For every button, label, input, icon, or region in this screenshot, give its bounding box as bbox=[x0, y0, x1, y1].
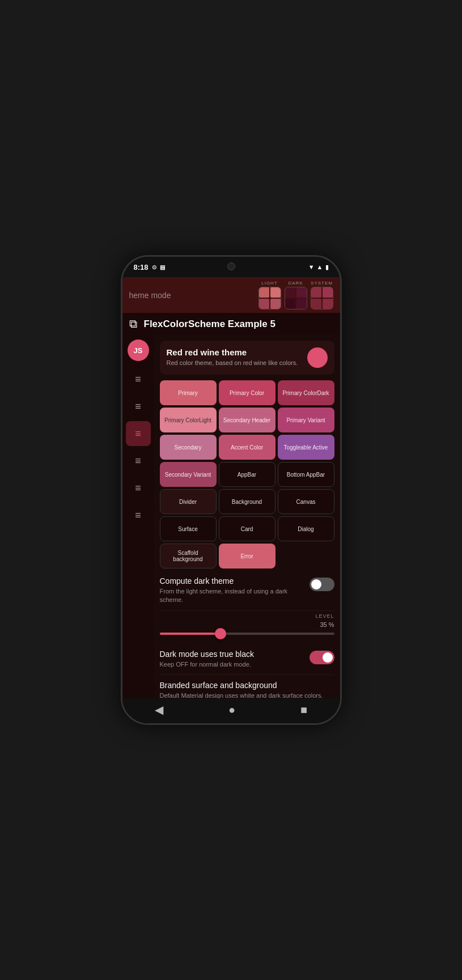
app-title: FlexColorScheme Example 5 bbox=[144, 319, 275, 330]
color-cell-accent-color[interactable]: Accent Color bbox=[219, 435, 275, 460]
theme-title: Red red wine theme bbox=[167, 347, 303, 357]
sidebar-icon-4: ≡ bbox=[135, 455, 141, 467]
sidebar-icon-6: ≡ bbox=[135, 510, 141, 521]
color-cell-primary-color-dark[interactable]: Primary ColorDark bbox=[278, 380, 334, 405]
slider-track[interactable] bbox=[160, 633, 334, 635]
color-cell-surface[interactable]: Surface bbox=[160, 516, 217, 541]
color-grid-row2: Primary ColorLight Secondary Header Prim… bbox=[160, 408, 334, 432]
tg-cell bbox=[311, 287, 321, 298]
color-cell-primary-color-light[interactable]: Primary ColorLight bbox=[160, 408, 217, 432]
color-cell-card[interactable]: Card bbox=[219, 516, 275, 541]
copy-icon[interactable]: ⧉ bbox=[129, 317, 137, 330]
color-cell-divider[interactable]: Divider bbox=[160, 489, 217, 514]
theme-option-light[interactable]: LIGHT bbox=[258, 281, 281, 309]
tg-cell bbox=[285, 287, 295, 298]
color-cell-bottom-appbar[interactable]: Bottom AppBar bbox=[278, 462, 334, 487]
color-grid-row6: Surface Card Dialog bbox=[160, 516, 334, 541]
color-cell-error[interactable]: Error bbox=[219, 544, 275, 569]
color-cell-secondary-variant[interactable]: Secondary Variant bbox=[160, 462, 217, 487]
branded-surface-title: Branded surface and background bbox=[160, 681, 328, 690]
compute-dark-desc: From the light scheme, instead of using … bbox=[160, 587, 303, 605]
sidebar-item-4[interactable]: ≡ bbox=[126, 448, 151, 473]
toggle-thumb-on bbox=[323, 652, 333, 663]
color-cell-dialog[interactable]: Dialog bbox=[278, 516, 334, 541]
status-icon1: ⊙ bbox=[152, 264, 156, 270]
battery-icon: ▮ bbox=[325, 264, 329, 271]
tg-cell bbox=[296, 287, 307, 298]
app-header: ⧉ FlexColorScheme Example 5 bbox=[122, 313, 340, 335]
color-cell-primary-variant[interactable]: Primary Variant bbox=[278, 408, 334, 432]
color-grid-row3: Secondary Accent Color Toggleable Active bbox=[160, 435, 334, 460]
color-cell-secondary-header[interactable]: Secondary Header bbox=[219, 408, 275, 432]
level-label: LEVEL bbox=[315, 613, 334, 619]
slider-area: LEVEL 35 % bbox=[160, 611, 334, 644]
color-cell-primary[interactable]: Primary bbox=[160, 380, 217, 405]
color-cell-secondary[interactable]: Secondary bbox=[160, 435, 217, 460]
color-cell-primary-color[interactable]: Primary Color bbox=[219, 380, 275, 405]
theme-dot bbox=[307, 347, 328, 368]
color-grid-row4: Secondary Variant AppBar Bottom AppBar bbox=[160, 462, 334, 487]
slider-thumb[interactable] bbox=[215, 628, 226, 639]
dark-grid bbox=[285, 287, 307, 309]
theme-option-system[interactable]: SYSTEM bbox=[311, 281, 333, 309]
theme-mode-label: heme mode bbox=[129, 291, 254, 300]
compute-dark-text: Compute dark theme From the light scheme… bbox=[160, 576, 310, 605]
nav-recent[interactable]: ■ bbox=[300, 703, 307, 716]
branded-surface-text: Branded surface and background Default M… bbox=[160, 681, 334, 698]
sidebar-icon-2: ≡ bbox=[135, 401, 141, 413]
setting-branded-surface: Branded surface and background Default M… bbox=[160, 675, 334, 698]
theme-desc: Red color theme, based on red wine like … bbox=[167, 359, 303, 367]
color-grid-row7: Scaffold background Error bbox=[160, 544, 334, 569]
wifi-icon: ▼ bbox=[308, 264, 315, 270]
camera bbox=[227, 262, 235, 270]
sidebar-item-1[interactable]: ≡ bbox=[126, 367, 151, 392]
tg-cell bbox=[270, 299, 281, 309]
color-cell-appbar[interactable]: AppBar bbox=[219, 462, 275, 487]
avatar-initials: JS bbox=[134, 346, 143, 355]
content-area[interactable]: Red red wine theme Red color theme, base… bbox=[154, 335, 340, 698]
sidebar-item-3-active[interactable]: ≡ bbox=[126, 421, 151, 446]
sidebar-item-5[interactable]: ≡ bbox=[126, 476, 151, 500]
nav-back[interactable]: ◀ bbox=[155, 703, 163, 716]
sidebar-icon-3: ≡ bbox=[135, 428, 141, 440]
sidebar-item-2[interactable]: ≡ bbox=[126, 394, 151, 419]
phone-screen: heme mode LIGHT DARK bbox=[122, 277, 340, 723]
tg-cell bbox=[323, 287, 333, 298]
true-black-toggle[interactable] bbox=[310, 651, 334, 664]
setting-compute-dark: Compute dark theme From the light scheme… bbox=[160, 571, 334, 611]
level-pct: 35 % bbox=[320, 621, 334, 628]
tg-cell bbox=[259, 299, 269, 309]
color-cell-canvas[interactable]: Canvas bbox=[278, 489, 334, 514]
light-grid bbox=[258, 287, 281, 309]
tg-cell bbox=[296, 299, 307, 309]
avatar[interactable]: JS bbox=[128, 340, 149, 361]
signal-icon: ▲ bbox=[317, 264, 323, 270]
color-cell-toggleable-active[interactable]: Toggleable Active bbox=[278, 435, 334, 460]
branded-surface-desc: Default Material design uses white and d… bbox=[160, 691, 328, 698]
status-left: 8:18 ⊙ ▤ bbox=[134, 263, 165, 271]
theme-option-dark[interactable]: DARK bbox=[285, 281, 307, 309]
theme-mode-bar: heme mode LIGHT DARK bbox=[122, 277, 340, 313]
tg-cell bbox=[259, 287, 269, 298]
true-black-desc: Keep OFF for normal dark mode. bbox=[160, 660, 303, 669]
phone-shell: 8:18 ⊙ ▤ ▼ ▲ ▮ heme mode LIGHT bbox=[121, 255, 342, 725]
tg-cell bbox=[311, 299, 321, 309]
color-cell-background[interactable]: Background bbox=[219, 489, 275, 514]
tg-cell bbox=[285, 299, 295, 309]
status-right: ▼ ▲ ▮ bbox=[308, 264, 329, 271]
theme-light-label: LIGHT bbox=[261, 281, 278, 286]
color-grid-row1: Primary Primary Color Primary ColorDark bbox=[160, 380, 334, 405]
slider-fill bbox=[160, 633, 221, 635]
color-grid-row5: Divider Background Canvas bbox=[160, 489, 334, 514]
toggle-thumb-off bbox=[311, 579, 321, 589]
sidebar-icon-1: ≡ bbox=[135, 374, 141, 385]
nav-home[interactable]: ● bbox=[228, 703, 235, 716]
nav-bar: ◀ ● ■ bbox=[122, 698, 340, 723]
compute-dark-toggle[interactable] bbox=[310, 578, 334, 591]
status-icon2: ▤ bbox=[160, 264, 165, 270]
level-pct-row: 35 % bbox=[160, 621, 334, 628]
sidebar-icon-5: ≡ bbox=[135, 482, 141, 494]
status-time: 8:18 bbox=[134, 263, 149, 271]
color-cell-scaffold-background[interactable]: Scaffold background bbox=[160, 544, 217, 569]
sidebar-item-6[interactable]: ≡ bbox=[126, 503, 151, 528]
